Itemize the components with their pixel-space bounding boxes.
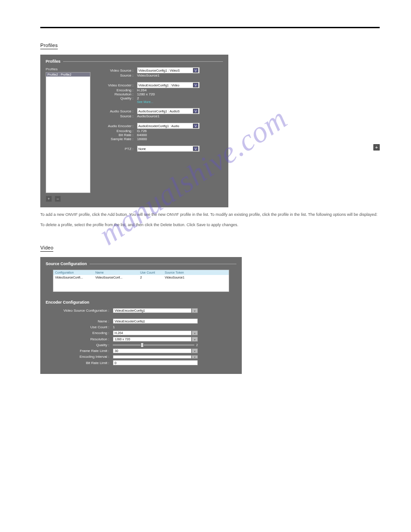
chevron-down-icon: V xyxy=(193,124,198,128)
panel-heading-text: Profiles xyxy=(46,59,60,64)
video-panel: Source Configuration Configuration Name … xyxy=(40,257,242,374)
audio-source-value: AudioSourceConfig1 : AudioS xyxy=(138,110,180,113)
video-encoder-select[interactable]: VideoEncoderConfig1 : Video V xyxy=(137,82,200,88)
chevron-down-icon: V xyxy=(193,68,198,73)
encoding-select[interactable]: H.264v xyxy=(113,330,198,335)
profiles-panel: Profiles Profiles Profile2 : Profile2 + … xyxy=(40,55,228,207)
chevron-down-icon: v xyxy=(192,308,198,313)
as-source-value: AudioSource1 xyxy=(137,114,159,118)
resolution-select[interactable]: 1280 x 720v xyxy=(113,337,198,342)
encoder-config-heading: Encoder Configuration xyxy=(46,300,236,305)
th-name: Name xyxy=(94,270,138,275)
vec-value: VideoEncoderConfig1 xyxy=(113,308,192,313)
chevron-down-icon: V xyxy=(193,146,198,151)
profiles-blurb-2: To delete a profile, select the profile … xyxy=(40,222,380,228)
vec-label: Video Source Configuration : xyxy=(46,309,113,313)
td-name: VideoSourceConf... xyxy=(94,275,138,280)
ae-bitrate-value: 64000 xyxy=(137,133,147,137)
vec-select[interactable]: VideoEncoderConfig1v xyxy=(113,308,198,313)
th-source-token: Source Token xyxy=(163,270,206,275)
frame-rate-label: Frame Rate Limit : xyxy=(46,349,113,353)
encoding-interval-value xyxy=(113,355,192,359)
chevron-down-icon: v xyxy=(192,337,198,342)
bit-rate-input[interactable] xyxy=(113,360,198,365)
ae-samplerate-label: Sample Rate : xyxy=(98,137,137,141)
ve-resolution-label: Resolution : xyxy=(98,92,137,96)
th-use-count: Use Count xyxy=(138,270,163,275)
panel-heading: Profiles xyxy=(46,59,223,64)
audio-encoder-value: AudioEncoderConfig1 : Audio xyxy=(138,124,179,128)
ve-resolution-value: 1280 x 720 xyxy=(137,92,155,96)
audio-encoder-label: Audio Encoder : xyxy=(98,124,137,128)
audio-encoder-select[interactable]: AudioEncoderConfig1 : Audio V xyxy=(137,123,200,129)
profile-detail: Video Source : VideoSourceConfig1 : Vide… xyxy=(98,67,223,202)
slider-handle[interactable] xyxy=(141,343,144,348)
profiles-blurb-1: To add a new ONVIF profile, click the Ad… xyxy=(40,212,380,218)
th-configuration: Configuration xyxy=(53,270,94,275)
heading-rule xyxy=(63,61,223,62)
resolution-value: 1280 x 720 xyxy=(113,337,192,342)
encoding-interval-label: Encoding Interval : xyxy=(46,355,113,359)
ptz-select[interactable]: None V xyxy=(137,146,200,152)
encoding-value: H.264 xyxy=(113,330,192,335)
frame-rate-select[interactable]: 30v xyxy=(113,348,198,353)
source-table: Configuration Name Use Count Source Toke… xyxy=(53,270,229,292)
add-button[interactable]: + xyxy=(373,144,380,150)
source-config-heading-text: Source Configuration xyxy=(46,262,87,266)
ae-encoding-label: Encoding : xyxy=(98,129,137,133)
video-source-select[interactable]: VideoSourceConfig1 : VideoS V xyxy=(137,67,200,73)
ve-encoding-label: Encoding : xyxy=(98,88,137,92)
chevron-down-icon: V xyxy=(193,109,198,113)
chevron-down-icon: V xyxy=(193,83,198,87)
audio-source-label: Audio Source : xyxy=(98,109,137,113)
td-source-token: VideoSource1 xyxy=(163,275,206,280)
profiles-list-column: Profiles Profile2 : Profile2 + – xyxy=(46,67,90,202)
quality-slider[interactable]: 2 xyxy=(113,343,198,347)
resolution-label: Resolution : xyxy=(46,337,113,341)
table-row[interactable]: VideoSourceConfi... VideoSourceConf... 2… xyxy=(53,275,229,280)
audio-source-select[interactable]: AudioSourceConfig1 : AudioS V xyxy=(137,108,200,114)
ve-quality-value: 2 xyxy=(137,96,139,100)
ve-quality-label: Quality : xyxy=(98,96,137,100)
td-use-count: 2 xyxy=(138,275,163,280)
chevron-down-icon: v xyxy=(192,355,198,359)
as-source-label: Source : xyxy=(98,114,137,118)
ptz-value: None xyxy=(138,147,146,150)
frame-rate-value: 30 xyxy=(113,348,192,353)
see-more-link[interactable]: See More... xyxy=(137,100,223,103)
bit-rate-label: Bit Rate Limit : xyxy=(46,361,113,365)
quality-label: Quality : xyxy=(46,343,113,347)
profiles-listbox[interactable]: Profile2 : Profile2 xyxy=(46,72,90,193)
heading-rule xyxy=(90,264,236,264)
name-label: Name : xyxy=(46,319,113,323)
ae-bitrate-label: Bit Rate : xyxy=(98,133,137,137)
video-encoder-value: VideoEncoderConfig1 : Video xyxy=(138,84,180,87)
chevron-down-icon: v xyxy=(192,330,198,335)
ae-encoding-value: G.726 xyxy=(137,129,147,133)
encoding-interval-select[interactable]: v xyxy=(113,355,198,359)
source-subvalue: VideoSource1 xyxy=(137,73,159,77)
name-input[interactable] xyxy=(113,318,198,324)
source-sublabel: Source : xyxy=(98,73,137,77)
td-configuration: VideoSourceConfi... xyxy=(53,275,94,280)
divider xyxy=(40,27,380,28)
encoding-label: Encoding : xyxy=(46,331,113,335)
section-title-video: Video xyxy=(40,245,53,252)
section-title-profiles: Profiles xyxy=(40,43,58,49)
source-config-heading: Source Configuration xyxy=(46,262,236,266)
list-item[interactable]: Profile2 : Profile2 xyxy=(46,73,90,77)
ae-samplerate-value: 16000 xyxy=(137,137,147,141)
add-profile-button[interactable]: + xyxy=(46,196,52,202)
video-source-label: Video Source : xyxy=(98,69,137,73)
profiles-list-label: Profiles xyxy=(46,67,90,71)
use-count-value: 1 xyxy=(113,325,198,329)
quality-slider-value: 2 xyxy=(196,343,198,347)
use-count-label: Use Count : xyxy=(46,325,113,329)
encoder-config-heading-text: Encoder Configuration xyxy=(46,300,90,305)
ptz-label: PTZ : xyxy=(98,147,137,151)
video-source-value: VideoSourceConfig1 : VideoS xyxy=(138,69,180,72)
chevron-down-icon: v xyxy=(192,348,198,353)
ve-encoding-value: H.264 xyxy=(137,88,146,92)
video-encoder-label: Video Encoder : xyxy=(98,83,137,87)
remove-profile-button[interactable]: – xyxy=(55,196,61,202)
